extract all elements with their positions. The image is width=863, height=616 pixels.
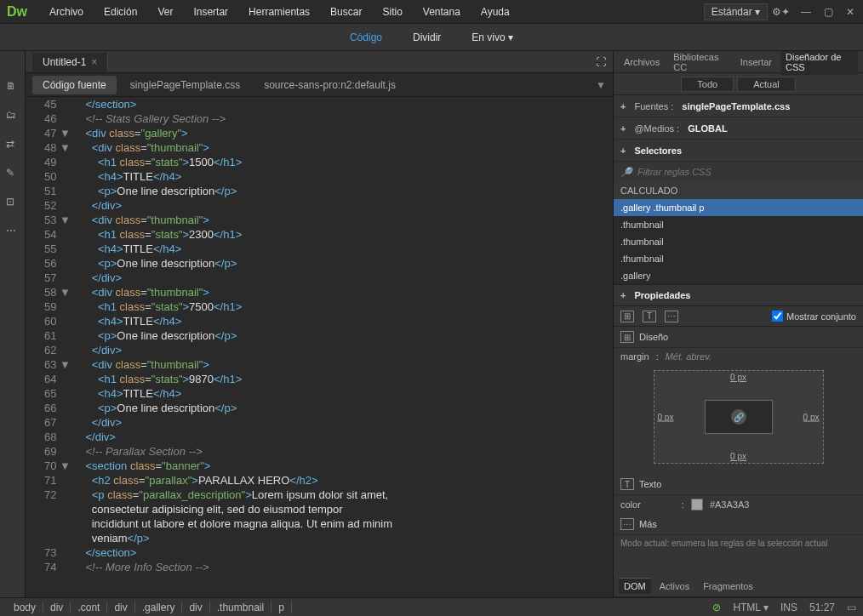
- add-selector-icon[interactable]: +: [620, 145, 626, 156]
- menu-edición[interactable]: Edición: [95, 3, 146, 21]
- menu-archivo[interactable]: Archivo: [41, 3, 92, 21]
- layout-cat-icon[interactable]: ⊞: [620, 311, 634, 322]
- selector-item[interactable]: .thumbnail: [614, 233, 863, 250]
- app-logo: Dw: [7, 4, 27, 20]
- lang-indicator[interactable]: HTML ▾: [733, 602, 769, 613]
- left-toolbar: 🗎 🗂 ⇄ ✎ ⊡ ⋯: [0, 51, 26, 597]
- editor-area: Untitled-1× ⛶ Código fuente singlePageTe…: [26, 51, 613, 597]
- margin-right-value[interactable]: 0 px: [803, 413, 820, 422]
- mode-current[interactable]: Actual: [737, 77, 796, 92]
- show-set-checkbox[interactable]: Mostrar conjunto: [772, 311, 856, 322]
- add-media-icon[interactable]: +: [620, 123, 626, 134]
- workspace-dropdown[interactable]: Estándar ▾: [704, 3, 768, 20]
- color-swatch[interactable]: [691, 499, 703, 510]
- css-mode-switch: Todo Actual: [614, 73, 863, 95]
- filter-rules-input[interactable]: 🔎 Filtrar reglas CSS: [614, 162, 863, 182]
- mode-description: Modo actual: enumera las reglas de la se…: [614, 535, 863, 551]
- selector-item[interactable]: .gallery .thumbnail p: [614, 199, 863, 216]
- menu-ver[interactable]: Ver: [149, 3, 181, 21]
- code-editor[interactable]: 45 46 47 ▼48 ▼49 50 51 52 53 ▼54 55 56 5…: [26, 97, 613, 597]
- selector-list: CALCULADO .gallery .thumbnail p .thumbna…: [614, 182, 863, 284]
- extract-icon[interactable]: ⇄: [6, 138, 20, 151]
- properties-header[interactable]: + Propiedades: [614, 284, 863, 306]
- margin-bottom-value[interactable]: 0 px: [730, 452, 746, 461]
- view-code[interactable]: Código: [343, 28, 389, 47]
- menu-sitio[interactable]: Sitio: [374, 3, 410, 21]
- related-files: Código fuente singlePageTemplate.css sou…: [26, 73, 613, 97]
- file-tab-source[interactable]: Código fuente: [32, 76, 117, 94]
- tab-insertar[interactable]: Insertar: [735, 54, 777, 70]
- layout-icon: ⊞: [620, 331, 634, 343]
- tab-fragmentos[interactable]: Fragmentos: [698, 579, 758, 594]
- document-tabs: Untitled-1× ⛶: [26, 51, 613, 73]
- tab-css-designer[interactable]: Diseñador de CSS: [780, 51, 858, 75]
- tab-archivos[interactable]: Archivos: [619, 54, 665, 70]
- status-ok-icon[interactable]: ⊘: [712, 602, 721, 613]
- more-cat-icon[interactable]: ⋯: [665, 311, 678, 322]
- cat-text[interactable]: T Texto: [614, 474, 863, 495]
- cat-more[interactable]: ⋯ Más: [614, 514, 863, 535]
- tab-dom[interactable]: DOM: [619, 578, 651, 594]
- more-icon-small: ⋯: [620, 518, 634, 530]
- insert-mode[interactable]: INS: [780, 602, 797, 613]
- doc-tab-untitled[interactable]: Untitled-1×: [32, 53, 108, 71]
- tab-bibliotecas[interactable]: Bibliotecas CC: [668, 51, 732, 75]
- box-model: 0 px 0 px 0 px 0 px 🔗: [614, 365, 863, 474]
- crumb[interactable]: div: [182, 602, 209, 613]
- menu-herramientas[interactable]: Herramientas: [240, 3, 318, 21]
- sync-settings-icon[interactable]: ⚙✦: [774, 6, 786, 18]
- add-property-icon[interactable]: +: [620, 290, 626, 300]
- selector-item[interactable]: .gallery: [614, 267, 863, 284]
- filter-files-icon[interactable]: ▼: [596, 79, 606, 91]
- menu-insertar[interactable]: Insertar: [185, 3, 237, 21]
- link-values-icon[interactable]: 🔗: [731, 409, 746, 425]
- file-tab-js[interactable]: source-sans-pro:n2:default.js: [254, 76, 406, 94]
- overview-icon[interactable]: ▭: [847, 602, 856, 613]
- expand-doc-icon[interactable]: ⛶: [596, 56, 606, 68]
- menu-items: ArchivoEdiciónVerInsertarHerramientasBus…: [41, 3, 518, 21]
- selector-item[interactable]: .thumbnail: [614, 250, 863, 267]
- panel-tabs-bottom: DOM Activos Fragmentos: [614, 575, 863, 597]
- margin-left-value[interactable]: 0 px: [658, 413, 674, 422]
- view-split[interactable]: Dividir: [406, 28, 448, 47]
- sources-row[interactable]: + Fuentes : singlePageTemplate.css: [614, 95, 863, 117]
- add-source-icon[interactable]: +: [620, 101, 626, 111]
- crumb[interactable]: body: [7, 602, 43, 613]
- menu-ayuda[interactable]: Ayuda: [472, 3, 518, 21]
- panel-tabs-top: Archivos Bibliotecas CC Insertar Diseñad…: [614, 51, 863, 73]
- maximize-button[interactable]: ▢: [822, 6, 834, 18]
- crumb[interactable]: p: [271, 602, 292, 613]
- cat-layout[interactable]: ⊞ Diseño: [614, 327, 863, 348]
- file-tab-css[interactable]: singlePageTemplate.css: [120, 76, 250, 94]
- manage-icon[interactable]: 🗂: [6, 109, 20, 123]
- close-button[interactable]: ✕: [844, 6, 856, 18]
- crumb[interactable]: .thumbnail: [210, 602, 271, 613]
- search-icon: 🔎: [620, 167, 632, 178]
- selectors-header[interactable]: + Selectores: [614, 140, 863, 162]
- more-icon[interactable]: ⋯: [6, 225, 20, 238]
- minimize-button[interactable]: —: [800, 6, 812, 18]
- file-icon[interactable]: 🗎: [6, 80, 20, 94]
- crumb[interactable]: .cont: [71, 602, 107, 613]
- close-tab-icon[interactable]: ×: [91, 56, 97, 68]
- menu-ventana[interactable]: Ventana: [414, 3, 469, 21]
- view-switcher: Código Dividir En vivo ▾: [0, 24, 863, 51]
- color-row[interactable]: color : #A3A3A3: [614, 495, 863, 514]
- breadcrumb-bar: bodydiv.contdiv.gallerydiv.thumbnailp ⊘ …: [0, 597, 863, 616]
- crumb[interactable]: div: [43, 602, 71, 613]
- menu-buscar[interactable]: Buscar: [322, 3, 370, 21]
- selector-item[interactable]: .thumbnail: [614, 216, 863, 233]
- right-panel: Archivos Bibliotecas CC Insertar Diseñad…: [613, 51, 863, 597]
- property-category-icons: ⊞ T ⋯ Mostrar conjunto: [614, 306, 863, 327]
- wand-icon[interactable]: ✎: [6, 167, 20, 180]
- media-row[interactable]: + @Medios : GLOBAL: [614, 117, 863, 140]
- view-live[interactable]: En vivo ▾: [465, 28, 520, 47]
- crumb[interactable]: div: [107, 602, 134, 613]
- text-cat-icon[interactable]: T: [643, 311, 656, 322]
- expand-icon[interactable]: ⊡: [6, 196, 20, 209]
- margin-top-value[interactable]: 0 px: [730, 373, 746, 382]
- mode-all[interactable]: Todo: [681, 77, 734, 92]
- crumb[interactable]: .gallery: [135, 602, 183, 613]
- margin-box[interactable]: 0 px 0 px 0 px 0 px 🔗: [654, 370, 824, 464]
- tab-activos[interactable]: Activos: [654, 579, 694, 594]
